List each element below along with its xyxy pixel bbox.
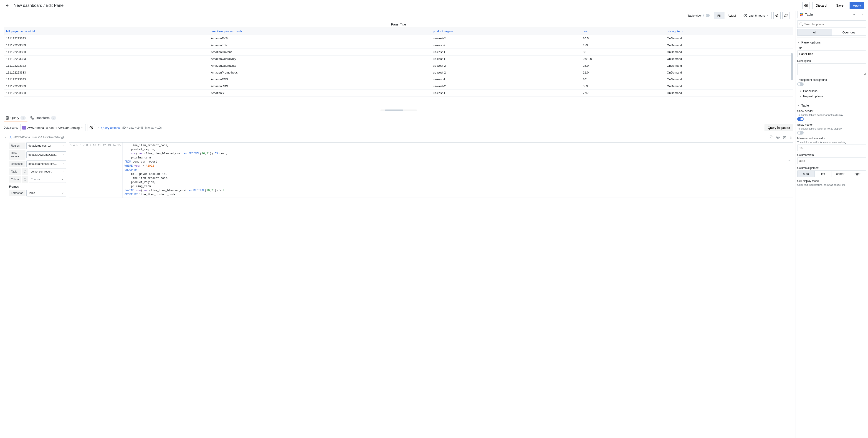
align-center-button[interactable]: center: [832, 171, 849, 177]
settings-button[interactable]: [803, 2, 810, 9]
data-table[interactable]: bill_payer_account_idline_item_product_c…: [4, 28, 793, 109]
title-input[interactable]: [797, 51, 866, 57]
panel-preview: Panel Title bill_payer_account_idline_it…: [4, 21, 794, 112]
align-right-button[interactable]: right: [849, 171, 866, 177]
datasource-help-button[interactable]: [88, 124, 95, 132]
tab-query[interactable]: Query 1: [4, 114, 28, 122]
region-select[interactable]: default (us-east-1): [26, 142, 66, 149]
table-cell: us-east-2: [431, 42, 581, 49]
query-collapse-toggle[interactable]: [4, 135, 8, 139]
column-header[interactable]: pricing_term: [664, 28, 793, 35]
datasource-label: Data source: [4, 126, 19, 129]
tab-overrides[interactable]: Overrides: [832, 29, 866, 35]
show-footer-switch[interactable]: [797, 131, 804, 135]
panel-links-item[interactable]: Panel links: [797, 88, 866, 93]
actual-button[interactable]: Actual: [724, 12, 739, 19]
back-button[interactable]: [4, 2, 11, 9]
time-range-label: Last 6 hours: [749, 14, 765, 17]
min-col-width-input[interactable]: [797, 145, 866, 151]
table-cell: us-west-2: [431, 62, 581, 69]
show-header-switch[interactable]: [797, 117, 804, 121]
column-header[interactable]: product_region: [431, 28, 581, 35]
align-auto-button[interactable]: auto: [798, 171, 815, 177]
table-row[interactable]: 111122223333AmazonPrometheusus-west-211.…: [4, 69, 793, 76]
apply-button[interactable]: Apply: [849, 2, 864, 9]
editor-code[interactable]: line_item_product_code, product_region, …: [123, 143, 793, 198]
chevron-down-icon: [61, 153, 64, 156]
horizontal-scrollbar[interactable]: [380, 110, 417, 111]
duplicate-query-button[interactable]: [769, 135, 774, 140]
table-row[interactable]: 111122223333AmazonGuardDutyus-east-10.01…: [4, 56, 793, 62]
transparent-switch[interactable]: [797, 82, 804, 86]
zoom-out-button[interactable]: [773, 12, 781, 19]
table-row[interactable]: 111122223333AmazonS3us-east-17.97OnDeman…: [4, 90, 793, 96]
toggle-query-visibility-button[interactable]: [775, 135, 781, 140]
query-inspector-button[interactable]: Query inspector: [765, 124, 794, 132]
tab-transform[interactable]: Transform 0: [28, 114, 58, 122]
vertical-scrollbar[interactable]: [791, 53, 793, 80]
query-options-link[interactable]: Query options: [101, 126, 120, 129]
table-section-header[interactable]: Table: [797, 103, 866, 108]
table-view-switch[interactable]: [703, 14, 710, 17]
column-header[interactable]: line_item_product_code: [209, 28, 431, 35]
table-cell: OnDemand: [664, 49, 793, 56]
tab-all[interactable]: All: [798, 29, 832, 35]
chevron-down-icon: [4, 136, 7, 139]
table-view-label: Table view: [688, 14, 702, 17]
table-cell: AmazonGuardDuty: [209, 62, 431, 69]
datasource-picker[interactable]: AWS Athena us-east-1 AwsDataCatalog: [20, 124, 86, 132]
query-letter[interactable]: A: [9, 136, 11, 139]
table-row[interactable]: 111122223333AmazonFSxus-east-2173OnDeman…: [4, 42, 793, 49]
editor-collapse-handle[interactable]: —: [788, 158, 792, 162]
discard-button[interactable]: Discard: [812, 2, 830, 9]
search-options-input[interactable]: [797, 21, 866, 28]
visualization-picker[interactable]: Table: [797, 11, 858, 18]
description-label: Description: [797, 59, 866, 63]
column-info-icon[interactable]: ⓘ: [22, 176, 28, 183]
column-header[interactable]: bill_payer_account_id: [4, 28, 209, 35]
col-width-input[interactable]: [797, 157, 866, 164]
align-left-button[interactable]: left: [815, 171, 832, 177]
svg-line-22: [802, 25, 803, 26]
chevron-down-icon: [797, 104, 800, 107]
table-info-icon[interactable]: ⓘ: [22, 168, 28, 175]
search-field[interactable]: [804, 23, 864, 26]
fill-button[interactable]: Fill: [714, 12, 725, 19]
format-select[interactable]: Table: [26, 189, 66, 197]
chevron-right-icon[interactable]: [97, 126, 99, 129]
save-button[interactable]: Save: [833, 2, 847, 9]
table-cell: OnDemand: [664, 62, 793, 69]
column-label: Column: [9, 176, 21, 182]
repeat-options-item[interactable]: Repeat options: [797, 93, 866, 99]
table-view-toggle[interactable]: Table view: [685, 12, 712, 19]
table-row[interactable]: 111122223333AmazonGuardDutyus-west-225.0…: [4, 62, 793, 69]
sql-editor[interactable]: 3 4 5 6 7 8 9 10 11 12 13 14 15 line_ite…: [69, 142, 794, 198]
cell-display-desc: Color text, background, show as gauge, e…: [797, 183, 866, 186]
viz-expand-button[interactable]: [859, 11, 866, 18]
options-tabs: All Overrides: [797, 29, 866, 36]
svg-point-1: [806, 5, 807, 6]
description-input[interactable]: [797, 63, 866, 75]
database-select[interactable]: default (athenacurcfn…: [26, 160, 66, 167]
table-row[interactable]: 111122223333AmazonRDSus-west-2353OnDeman…: [4, 83, 793, 90]
panel-options-header[interactable]: Panel options: [797, 39, 866, 45]
refresh-button[interactable]: [782, 12, 790, 19]
table-cell: us-west-2: [431, 69, 581, 76]
q-datasource-select[interactable]: default (AwsDataCata…: [26, 151, 66, 158]
table-row[interactable]: 111122223333AmazonRDSus-east-1361OnDeman…: [4, 76, 793, 83]
cell-display-label: Cell display mode: [797, 179, 866, 182]
min-col-width-label: Minimum column width: [797, 137, 866, 140]
table-select[interactable]: demo_cur_report: [29, 168, 66, 175]
column-header[interactable]: cost: [581, 28, 664, 35]
time-range-picker[interactable]: Last 6 hours: [741, 12, 772, 19]
table-row[interactable]: 111122223333AmazonEKSus-west-236.5OnDema…: [4, 35, 793, 42]
database-icon: [5, 116, 9, 120]
show-footer-label: Show Footer: [797, 123, 866, 126]
table-cell: 36: [581, 49, 664, 56]
delete-query-button[interactable]: [781, 135, 787, 140]
clock-icon: [744, 14, 747, 17]
table-cell: 11.0: [581, 69, 664, 76]
table-row[interactable]: 111122223333AmazonGrafanaus-east-136OnDe…: [4, 49, 793, 56]
column-select[interactable]: Choose: [29, 176, 66, 183]
drag-query-handle[interactable]: [788, 135, 794, 140]
